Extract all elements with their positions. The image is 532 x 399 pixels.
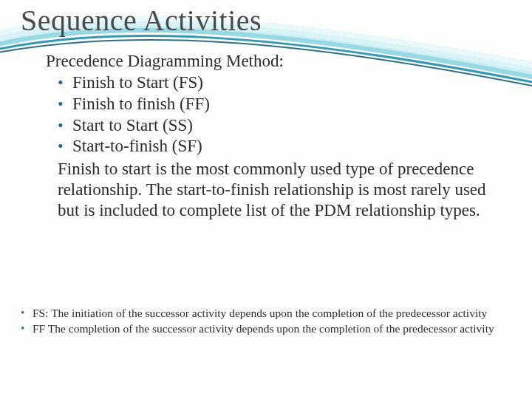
list-item: Finish to Start (FS) bbox=[58, 72, 507, 94]
footnote-item: FS: The initiation of the successor acti… bbox=[19, 306, 507, 320]
list-item: Finish to finish (FF) bbox=[58, 94, 507, 115]
slide: Sequence Activities Precedence Diagrammi… bbox=[0, 0, 532, 399]
slide-title: Sequence Activities bbox=[21, 3, 262, 38]
subtitle: Precedence Diagramming Method: bbox=[46, 52, 507, 71]
list-item: Start to Start (SS) bbox=[58, 115, 507, 137]
paragraph: Finish to start is the most commonly use… bbox=[46, 159, 507, 221]
footnotes: FS: The initiation of the successor acti… bbox=[19, 306, 507, 338]
list-item: Start-to-finish (SF) bbox=[58, 136, 507, 157]
footnote-item: FF The completion of the successor activ… bbox=[19, 321, 507, 335]
main-list: Finish to Start (FS) Finish to finish (F… bbox=[58, 72, 507, 157]
slide-body: Precedence Diagramming Method: Finish to… bbox=[46, 52, 507, 221]
